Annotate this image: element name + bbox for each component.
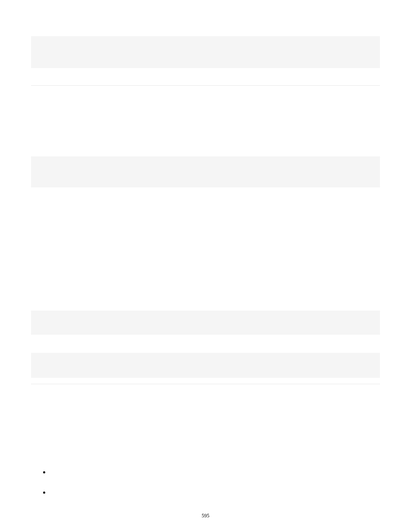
bullet-icon bbox=[43, 492, 45, 494]
spacer bbox=[31, 86, 380, 156]
gray-block-1 bbox=[31, 36, 380, 68]
gray-block-2 bbox=[31, 156, 380, 187]
list-item bbox=[43, 470, 380, 473]
list-item bbox=[43, 491, 380, 494]
spacer bbox=[31, 335, 380, 353]
page-content bbox=[31, 31, 380, 511]
page-number: 595 bbox=[0, 513, 411, 519]
horizontal-rule-2 bbox=[31, 384, 380, 384]
gray-block-4 bbox=[31, 353, 380, 378]
bullet-icon bbox=[43, 471, 45, 473]
bullet-list bbox=[31, 470, 380, 511]
gray-block-3 bbox=[31, 311, 380, 335]
spacer bbox=[31, 187, 380, 311]
